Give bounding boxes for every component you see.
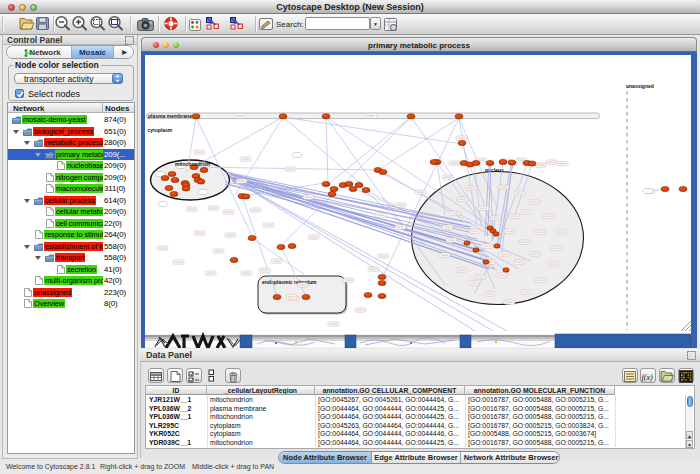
svg-text:endoplasmic reticulum: endoplasmic reticulum — [262, 279, 317, 285]
svg-text:mitochondrion: mitochondrion — [175, 161, 210, 167]
svg-text:unassigned: unassigned — [626, 83, 654, 89]
svg-text:nucleus: nucleus — [485, 167, 504, 173]
svg-text:plasma membrane: plasma membrane — [148, 113, 192, 119]
svg-text:f(x): f(x) — [642, 373, 653, 382]
svg-text:cytoplasm: cytoplasm — [148, 127, 173, 133]
